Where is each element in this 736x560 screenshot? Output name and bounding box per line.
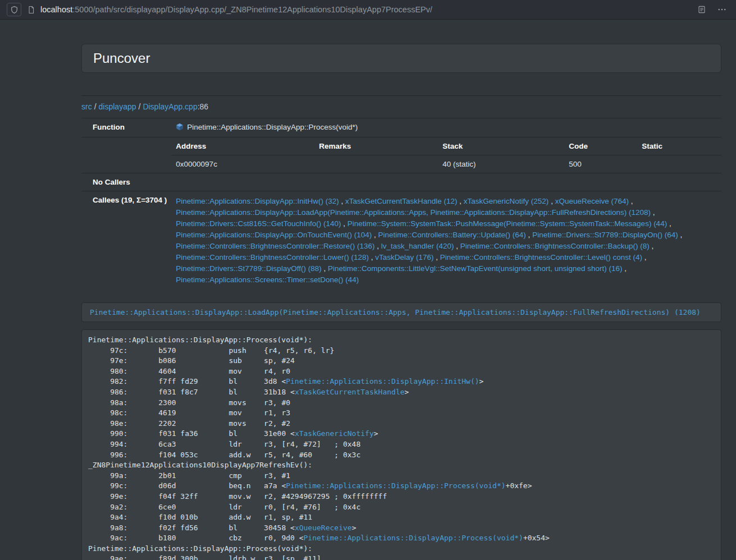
callee-link[interactable]: Pinetime::Controllers::BrightnessControl… bbox=[176, 253, 369, 261]
callee-link[interactable]: xQueueReceive (764) bbox=[555, 197, 629, 205]
no-callers-label: No Callers bbox=[81, 173, 171, 191]
breadcrumb: src/displayapp/DisplayApp.cpp:86 bbox=[81, 102, 721, 111]
callees-label: Callees (19, Σ=3704 ) bbox=[81, 191, 171, 291]
code-line: 98e: 2202 movs r2, #2 bbox=[88, 419, 715, 429]
code-line: 9a4: f10d 010b add.w r1, sp, #11 bbox=[88, 512, 715, 523]
code-line: 99e: f04f 32ff mov.w r2, #4294967295 ; 0… bbox=[88, 492, 715, 502]
callee-link[interactable]: lv_task_handler (420) bbox=[381, 242, 454, 250]
callee-link[interactable]: Pinetime::System::SystemTask::PushMessag… bbox=[348, 219, 667, 228]
stats-value-remarks bbox=[314, 155, 438, 173]
code-symbol-link[interactable]: Pinetime::Applications::DisplayApp::Init… bbox=[286, 377, 479, 385]
breadcrumb-link-src[interactable]: src bbox=[81, 102, 92, 111]
code-line: 99a: 2b01 cmp r3, #1 bbox=[88, 471, 715, 481]
function-name: Pinetime::Applications::DisplayApp::Proc… bbox=[187, 123, 358, 131]
stats-header-code: Code bbox=[564, 137, 637, 155]
code-symbol-link[interactable]: xQueueReceive bbox=[295, 524, 352, 532]
reader-mode-button[interactable] bbox=[694, 3, 709, 16]
stats-value-stack: 40 (static) bbox=[438, 155, 564, 173]
url-bar[interactable]: localhost:5000/path/src/displayapp/Displ… bbox=[27, 5, 689, 14]
callee-link[interactable]: Pinetime::Applications::DisplayApp::Init… bbox=[176, 197, 339, 205]
no-callers-row: No Callers bbox=[81, 173, 721, 191]
callee-link[interactable]: Pinetime::Controllers::BrightnessControl… bbox=[440, 253, 642, 261]
overflow-menu-button[interactable] bbox=[715, 3, 729, 16]
callees-cell: Pinetime::Applications::DisplayApp::Init… bbox=[171, 191, 721, 291]
breadcrumb-link-displayapp[interactable]: displayapp bbox=[99, 102, 136, 111]
stats-header-address: Address bbox=[171, 137, 314, 155]
code-line: 98c: 4619 mov r1, r3 bbox=[88, 408, 715, 419]
stats-header-remarks: Remarks bbox=[314, 137, 438, 155]
code-line: 9ac: b180 cbz r0, 9d0 <Pinetime::Applica… bbox=[88, 533, 715, 544]
code-line: 982: f7ff fd29 bl 3d8 <Pinetime::Applica… bbox=[88, 377, 715, 387]
function-icon bbox=[176, 123, 184, 132]
code-line: Pinetime::Applications::DisplayApp::Proc… bbox=[88, 335, 715, 346]
code-line: 97c: b570 push {r4, r5, r6, lr} bbox=[88, 346, 715, 356]
breadcrumb-line-number: :86 bbox=[198, 102, 208, 111]
stats-header-row: Address Remarks Stack Code Static bbox=[171, 137, 721, 155]
code-symbol-link[interactable]: Pinetime::Applications::DisplayApp::Proc… bbox=[304, 534, 523, 542]
callee-link[interactable]: xTaskGetCurrentTaskHandle (12) bbox=[345, 197, 458, 205]
breadcrumb-separator: / bbox=[139, 102, 141, 111]
code-line: 99c: d06d beq.n a7a <Pinetime::Applicati… bbox=[88, 481, 715, 492]
stats-row: Address Remarks Stack Code Static 0x0000… bbox=[81, 137, 721, 173]
code-line: 990: f031 fa36 bl 31e00 <xTaskGenericNot… bbox=[88, 429, 715, 439]
page-title-panel: Puncover bbox=[81, 44, 721, 73]
callee-link[interactable]: Pinetime::Drivers::St7789::DisplayOff() … bbox=[176, 264, 321, 273]
callee-link[interactable]: Pinetime::Components::LittleVgl::SetNewT… bbox=[328, 264, 623, 273]
code-line: 996: f104 053c add.w r5, r4, #60 ; 0x3c bbox=[88, 450, 715, 461]
callee-link[interactable]: xTaskGenericNotify (252) bbox=[464, 197, 549, 205]
stats-value-static bbox=[637, 155, 721, 173]
stats-value-code: 500 bbox=[564, 155, 637, 173]
function-row: Function Pinetime::Applications::Display… bbox=[81, 118, 721, 137]
breadcrumb-link-file[interactable]: DisplayApp.cpp bbox=[143, 102, 197, 111]
page-content: Puncover src/displayapp/DisplayApp.cpp:8… bbox=[81, 44, 721, 560]
stats-table: Address Remarks Stack Code Static 0x0000… bbox=[171, 137, 721, 173]
code-symbol-link[interactable]: xTaskGenericNotify bbox=[295, 429, 374, 438]
code-symbol-link[interactable]: Pinetime::Applications::DisplayApp::Proc… bbox=[286, 481, 505, 490]
url-text: localhost:5000/path/src/displayapp/Displ… bbox=[40, 5, 432, 14]
callee-link[interactable]: Pinetime::Drivers::Cst816S::GetTouchInfo… bbox=[176, 219, 341, 228]
code-line: 9a8: f02f fd56 bl 30458 <xQueueReceive> bbox=[88, 523, 715, 534]
code-line: 980: 4604 mov r4, r0 bbox=[88, 366, 715, 377]
page-icon[interactable] bbox=[27, 6, 35, 14]
shield-button[interactable] bbox=[7, 3, 21, 16]
code-line: 9ae: f89d 300b ldrb.w r3, [sp, #11] bbox=[88, 554, 715, 560]
callee-link[interactable]: Pinetime::Applications::Screens::Timer::… bbox=[176, 276, 359, 284]
callee-link[interactable]: Pinetime::Applications::DisplayApp::OnTo… bbox=[176, 231, 372, 239]
callee-link[interactable]: Pinetime::Controllers::Battery::Update()… bbox=[378, 231, 526, 239]
reader-mode-icon bbox=[697, 5, 706, 14]
url-path: :5000/path/src/displayapp/DisplayApp.cpp… bbox=[72, 5, 432, 14]
browser-chrome: localhost:5000/path/src/displayapp/Displ… bbox=[0, 0, 736, 20]
disassembly: Pinetime::Applications::DisplayApp::Proc… bbox=[81, 329, 721, 560]
callee-link[interactable]: Pinetime::Controllers::BrightnessControl… bbox=[176, 242, 374, 250]
code-symbol-link[interactable]: xTaskGetCurrentTaskHandle bbox=[295, 388, 405, 396]
code-line: 98a: 2300 movs r3, #0 bbox=[88, 398, 715, 408]
url-domain: localhost bbox=[40, 5, 72, 14]
code-line: 97e: b086 sub sp, #24 bbox=[88, 356, 715, 366]
divider bbox=[81, 95, 721, 96]
callee-link[interactable]: Pinetime::Controllers::BrightnessControl… bbox=[460, 242, 650, 250]
code-line: _ZN8Pinetime12Applications10DisplayApp7R… bbox=[88, 460, 715, 471]
symbol-panel-link[interactable]: Pinetime::Applications::DisplayApp::Load… bbox=[81, 302, 721, 322]
stats-header-stack: Stack bbox=[438, 137, 564, 155]
code-line: 9a2: 6ce0 ldr r0, [r4, #76] ; 0x4c bbox=[88, 502, 715, 513]
breadcrumb-separator: / bbox=[94, 102, 97, 111]
callee-link[interactable]: Pinetime::Drivers::St7789::DisplayOn() (… bbox=[532, 231, 678, 239]
callee-link[interactable]: vTaskDelay (176) bbox=[375, 253, 433, 261]
stats-header-static: Static bbox=[637, 137, 721, 155]
callees-row: Callees (19, Σ=3704 ) Pinetime::Applicat… bbox=[81, 191, 721, 291]
ellipsis-icon bbox=[717, 4, 727, 15]
stats-value-address: 0x0000097c bbox=[171, 155, 314, 173]
shield-icon bbox=[10, 6, 19, 14]
code-line: 986: f031 f8c7 bl 31b18 <xTaskGetCurrent… bbox=[88, 387, 715, 398]
function-table: Function Pinetime::Applications::Display… bbox=[81, 118, 721, 290]
code-line: 994: 6ca3 ldr r3, [r4, #72] ; 0x48 bbox=[88, 439, 715, 450]
code-line: Pinetime::Applications::DisplayApp::Proc… bbox=[88, 544, 715, 554]
stats-value-row: 0x0000097c 40 (static) 500 bbox=[171, 155, 721, 173]
page-title: Puncover bbox=[93, 51, 150, 66]
callee-link[interactable]: Pinetime::Applications::DisplayApp::Load… bbox=[176, 208, 651, 217]
function-row-label: Function bbox=[81, 118, 171, 137]
